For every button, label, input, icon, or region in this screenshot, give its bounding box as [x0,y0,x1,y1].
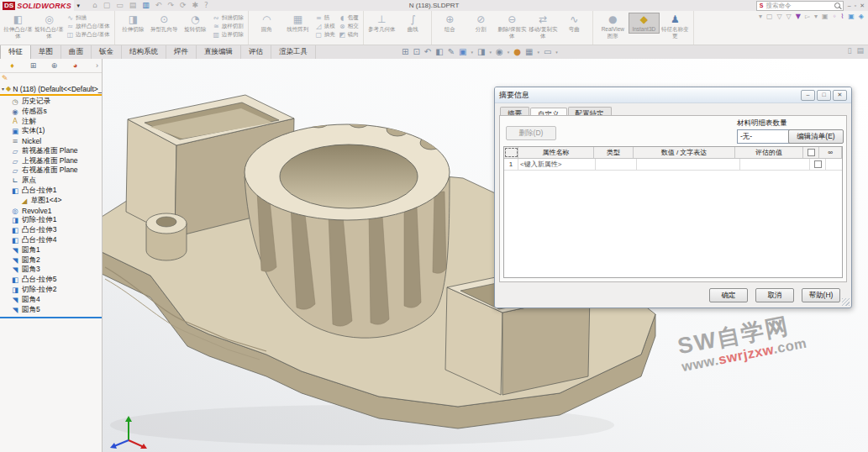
hide-show-caret-icon[interactable]: ▾ [508,47,510,57]
edit-appearance-icon[interactable]: ● [513,47,521,57]
collapse-arrow-icon[interactable]: ▾ [2,86,4,92]
resize-grip[interactable] [842,298,850,306]
options-icon[interactable]: ✱ [192,2,199,9]
ok-button[interactable]: 确定 [709,288,748,302]
tree-root-part[interactable]: ▾ ◆ N (118) (Default<<Default>_Displ [0,83,102,94]
dialog-title-bar[interactable]: 摘要信息 –□✕ [495,87,851,103]
row-checkbox[interactable] [814,160,822,168]
open-file-icon[interactable]: ▭ [116,2,124,9]
section-view-icon[interactable]: ◧ [435,47,443,57]
tree-item-boss-extrude4[interactable]: ◧ 凸台-拉伸4 [0,235,102,245]
tree-item-fillet5[interactable]: ◥ 圆角5 [0,305,102,315]
filter-graphics-icon[interactable]: ▽ [786,13,792,21]
pane-options-icon[interactable]: ▤ [856,46,864,55]
intersect-button[interactable]: ⊗相交 [339,23,359,30]
table-row[interactable]: 1 <键入新属性> [504,159,842,171]
view-orientation-caret-icon[interactable]: ▾ [471,47,473,57]
tree-item-fillet2[interactable]: ◥ 圆角2 [0,255,102,265]
fillet-button[interactable]: ◠圆角 [251,13,282,34]
tab-sketch[interactable]: 草图 [31,45,61,59]
display-manager-tab-icon[interactable]: ◕ [65,60,86,71]
print-icon[interactable]: ▥ [142,2,150,9]
extruded-cut-button[interactable]: ◨拉伸切除 [118,13,149,34]
tab-render-tools[interactable]: 渲染工具 [271,45,316,59]
display-style-icon[interactable]: ◨ [477,47,485,57]
tab-evaluate[interactable]: 评估 [241,45,271,59]
select-caret-icon[interactable]: ▾ [814,13,818,21]
magnified-selection-icon[interactable]: ▼ [796,13,801,21]
search-icon[interactable] [834,3,840,8]
swept-cut-button[interactable]: ∾扫描切除 [213,14,244,22]
filter-faces-icon[interactable]: ▣ [848,13,855,21]
rib-button[interactable]: ≡筋 [315,14,335,22]
dialog-close-icon[interactable]: ✕ [833,90,847,101]
extruded-boss-button[interactable]: ◧拉伸凸台/基体 [3,13,34,39]
undo-icon[interactable]: ↶ [155,2,162,9]
boundary-cut-button[interactable]: ▥边界切除 [213,31,244,39]
hole-wizard-button[interactable]: ⊙异型孔向导 [149,13,180,34]
tree-item-sensors[interactable]: ◉ 传感器s [0,107,102,117]
draft-button[interactable]: ◿拔模 [315,23,335,30]
property-name-header[interactable]: 属性名称 [518,147,594,158]
tree-item-material-nickel[interactable]: ≡ Nickel [0,136,102,146]
tree-item-history[interactable]: ◷ 历史记录 [0,97,102,107]
tab-direct-editing[interactable]: 直接编辑 [197,45,241,59]
ghost-part-icon[interactable]: ▢ [766,13,773,21]
close-icon[interactable]: ✕ [860,2,865,9]
new-property-cell[interactable]: <键入新属性> [518,159,596,170]
link-column-header[interactable]: ∞ [819,147,842,158]
previous-view-icon[interactable]: ↶ [424,47,431,57]
new-file-icon[interactable]: ▢ [103,2,111,9]
clear-filter-icon[interactable]: ▽ [776,13,781,21]
tree-item-top-plane[interactable]: ▱ 上视基准面 Plane [0,156,102,166]
tree-item-boss-extrude3[interactable]: ◧ 凸台-拉伸3 [0,225,102,235]
tree-item-solid-bodies[interactable]: ▣ 实体(1) [0,126,102,136]
tree-item-fillet3[interactable]: ◥ 圆角3 [0,265,102,276]
panel-expand-chevron-icon[interactable]: › [96,61,102,70]
lofted-cut-button[interactable]: ≅放样切割 [213,23,244,30]
linear-pattern-button[interactable]: ▦线性阵列 [282,13,313,34]
dialog-maximize-icon[interactable]: □ [817,90,831,101]
menu-expand-icon[interactable]: ▼ [76,3,81,8]
restore-icon[interactable]: ▫ [855,2,856,9]
rollback-bar[interactable] [0,317,102,318]
realview-button[interactable]: ●RealView 图形 [597,13,629,39]
delete-keep-body-button[interactable]: ⊖删除/保留实体 [497,13,528,39]
property-manager-tab-icon[interactable]: ⊞ [23,60,44,71]
swept-boss-button[interactable]: ∿扫描 [66,14,110,22]
header-checkbox-cell[interactable] [803,147,819,158]
tree-item-boss-extrude1[interactable]: ◧ 凸台-拉伸1 [0,186,102,196]
boundary-boss-button[interactable]: ◫边界凸台/基体 [66,31,110,39]
revolved-cut-button[interactable]: ◔旋转切除 [180,13,211,34]
filter-edges-icon[interactable]: ⌇ [840,13,844,21]
hide-show-items-icon[interactable]: ◉ [496,47,503,57]
hidden-types-caret-icon[interactable]: ▾ [759,13,762,21]
rename-features-button[interactable]: ♟特征名称变更 [660,13,691,39]
filter-bodies-icon[interactable]: ◈ [859,13,864,21]
tree-item-revolve1[interactable]: ◎ Revolve1 [0,206,102,216]
instant3d-button[interactable]: ◆Instant3D [629,13,660,34]
lofted-boss-button[interactable]: ≈放样凸台/基体 [66,23,110,30]
tab-sheet-metal[interactable]: 钣金 [92,45,122,59]
tree-item-cut-extrude2[interactable]: ◨ 切除-拉伸2 [0,285,102,295]
header-checkbox[interactable] [808,149,815,156]
rebuild-icon[interactable]: ⟳ [180,2,187,9]
curves-button[interactable]: ∫曲线 [397,13,429,34]
mirror-button[interactable]: ◩镜向 [339,31,359,39]
annotation-views-icon[interactable]: ✎ [448,47,455,57]
flex-button[interactable]: ∿弯曲 [559,13,590,39]
paste-icon[interactable]: ▣ [822,13,829,21]
edit-list-button[interactable]: 编辑清单(E) [788,129,844,144]
tree-item-cut-extrude1[interactable]: ◨ 切除-拉伸1 [0,216,102,226]
wrap-button[interactable]: ◖包覆 [339,14,359,22]
apply-scene-icon[interactable]: ▦ [525,47,533,57]
tree-item-fillet4[interactable]: ◥ 圆角4 [0,295,102,305]
display-style-caret-icon[interactable]: ▾ [489,47,492,57]
tree-item-annotations[interactable]: A 注解 [0,117,102,127]
reference-geometry-button[interactable]: ⊥参考几何体 [366,13,397,34]
search-input[interactable]: S 搜索命令 [756,1,844,11]
save-icon[interactable]: ▤ [129,2,137,9]
split-button[interactable]: ⊘分割 [466,13,497,39]
move-copy-body-button[interactable]: ⇄移动/复制实体 [528,13,559,39]
apply-scene-caret-icon[interactable]: ▾ [537,47,539,57]
